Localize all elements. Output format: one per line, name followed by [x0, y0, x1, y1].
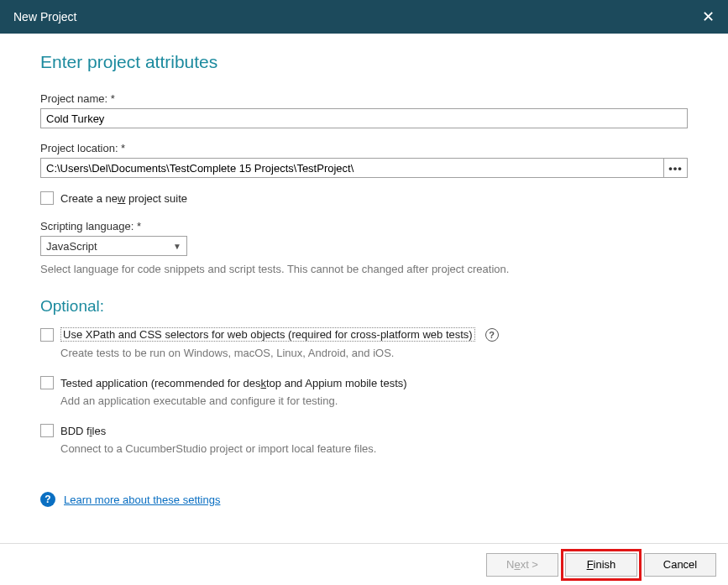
- bdd-label[interactable]: BDD files: [60, 425, 106, 437]
- learn-more-link[interactable]: Learn more about these settings: [64, 494, 220, 506]
- tested-app-description: Add an application executable and config…: [60, 394, 688, 407]
- project-location-label: Project location: *: [40, 142, 688, 154]
- dialog-footer: Next > Finish Cancel: [0, 543, 728, 585]
- xpath-description: Create tests to be run on Windows, macOS…: [60, 347, 688, 359]
- info-icon: ?: [40, 492, 55, 507]
- scripting-language-hint: Select language for code snippets and sc…: [40, 263, 688, 275]
- create-suite-row: Create a new project suite: [40, 191, 688, 205]
- browse-location-button[interactable]: •••: [664, 158, 688, 178]
- tested-app-checkbox[interactable]: [40, 376, 54, 389]
- scripting-language-select[interactable]: JavaScript ▼: [40, 236, 187, 256]
- ellipsis-icon: •••: [668, 162, 683, 175]
- scripting-language-label: Scripting language: *: [40, 220, 688, 232]
- create-suite-label[interactable]: Create a new project suite: [60, 192, 187, 205]
- optional-heading: Optional:: [40, 297, 688, 316]
- close-icon[interactable]: ✕: [698, 9, 718, 24]
- scripting-language-value: JavaScript: [46, 240, 97, 253]
- tested-app-label[interactable]: Tested application (recommended for desk…: [60, 377, 407, 389]
- chevron-down-icon: ▼: [173, 242, 181, 251]
- project-location-field: Project location: * •••: [40, 142, 688, 178]
- project-name-input[interactable]: [40, 108, 688, 128]
- finish-button[interactable]: Finish: [565, 553, 637, 577]
- xpath-checkbox[interactable]: [40, 328, 54, 342]
- project-location-input[interactable]: [40, 158, 664, 178]
- help-icon[interactable]: ?: [485, 328, 499, 342]
- scripting-language-field: Scripting language: * JavaScript ▼ Selec…: [40, 220, 688, 275]
- cancel-button[interactable]: Cancel: [644, 553, 716, 577]
- next-button: Next >: [486, 553, 558, 577]
- project-name-label: Project name: *: [40, 92, 688, 105]
- xpath-option: Use XPath and CSS selectors for web obje…: [40, 327, 688, 359]
- bdd-description: Connect to a CucumberStudio project or i…: [60, 442, 688, 455]
- bdd-option: BDD files Connect to a CucumberStudio pr…: [40, 424, 688, 455]
- bdd-checkbox[interactable]: [40, 424, 54, 437]
- page-heading: Enter project attributes: [40, 52, 688, 72]
- xpath-label[interactable]: Use XPath and CSS selectors for web obje…: [60, 327, 475, 342]
- titlebar: New Project ✕: [0, 0, 728, 34]
- dialog-content: Enter project attributes Project name: *…: [0, 34, 728, 515]
- create-suite-checkbox[interactable]: [40, 191, 54, 205]
- learn-more-row: ? Learn more about these settings: [40, 492, 688, 507]
- tested-app-option: Tested application (recommended for desk…: [40, 376, 688, 407]
- project-name-field: Project name: *: [40, 92, 688, 128]
- window-title: New Project: [13, 10, 76, 24]
